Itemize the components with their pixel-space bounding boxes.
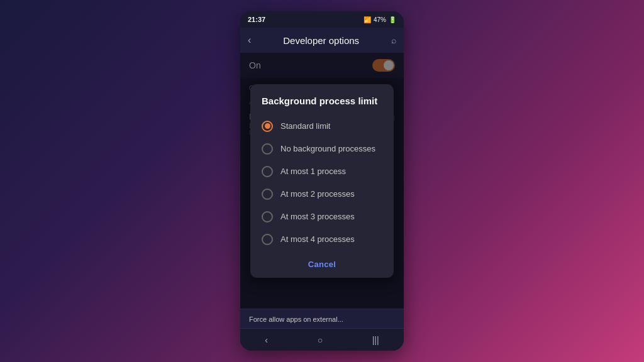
radio-standard[interactable] [262,121,273,132]
nav-bar: ‹ ○ ||| [240,328,404,351]
battery-text: 47% [374,16,386,23]
battery-icon: 🔋 [389,16,396,23]
option-no-bg-label: No background processes [280,144,375,153]
dialog-overlay: Background process limit Standard limit … [240,53,404,309]
top-bar: ‹ Developer options ⌕ [240,28,404,53]
radio-at-most-4[interactable] [262,234,273,245]
option-at-most-4[interactable]: At most 4 processes [250,228,394,251]
option-standard-label: Standard limit [280,121,330,131]
bottom-peek-row: Force allow apps on external... [240,309,404,328]
home-nav-icon[interactable]: ○ [318,335,323,345]
radio-no-bg[interactable] [262,143,273,155]
back-nav-icon[interactable]: ‹ [265,335,268,345]
search-icon[interactable]: ⌕ [391,35,396,45]
option-at-most-1[interactable]: At most 1 process [250,160,394,183]
option-at-most-2[interactable]: At most 2 processes [250,183,394,206]
dialog-actions: Cancel [250,253,394,278]
option-at-most-3-label: At most 3 processes [280,212,355,221]
option-at-most-3[interactable]: At most 3 processes [250,206,394,228]
option-at-most-4-label: At most 4 processes [280,234,355,244]
cancel-button[interactable]: Cancel [308,260,336,269]
option-standard[interactable]: Standard limit [250,115,394,138]
radio-at-most-1[interactable] [262,166,273,177]
option-at-most-2-label: At most 2 processes [280,189,355,199]
status-icons: 📶 47% 🔋 [364,16,396,23]
phone-frame: 21:37 📶 47% 🔋 ‹ Developer options ⌕ On O… [240,11,404,351]
background-process-dialog: Background process limit Standard limit … [250,84,394,278]
bottom-peek-text: Force allow apps on external... [249,315,343,323]
option-no-bg[interactable]: No background processes [250,138,394,160]
page-title: Developer options [283,35,359,46]
status-time: 21:37 [248,16,265,23]
status-bar: 21:37 📶 47% 🔋 [240,11,404,28]
radio-at-most-2[interactable] [262,189,273,200]
settings-content: On OR Apps Don't keep activities Destroy… [240,53,404,309]
signal-icon: 📶 [364,16,371,23]
dialog-title: Background process limit [250,96,394,115]
radio-at-most-3[interactable] [262,211,273,222]
recent-nav-icon[interactable]: ||| [372,335,379,345]
option-at-most-1-label: At most 1 process [280,167,346,176]
back-button[interactable]: ‹ [248,35,251,46]
